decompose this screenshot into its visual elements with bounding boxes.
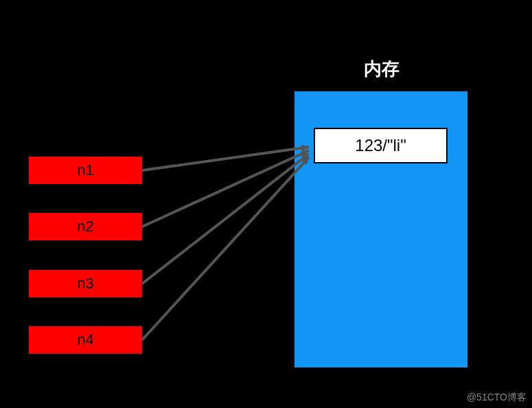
memory-title: 内存 — [364, 57, 400, 81]
arrow-n4 — [142, 157, 309, 340]
arrow-n1 — [142, 147, 309, 170]
arrow-n3 — [142, 154, 309, 284]
variable-n4: n4 — [29, 326, 142, 354]
arrow-n2 — [142, 150, 309, 227]
variable-n1: n1 — [29, 157, 142, 184]
variable-n2: n2 — [29, 213, 142, 240]
variable-n3: n3 — [29, 270, 142, 297]
watermark: @51CTO博客 — [467, 392, 527, 404]
memory-value-box: 123/"li" — [314, 128, 448, 163]
